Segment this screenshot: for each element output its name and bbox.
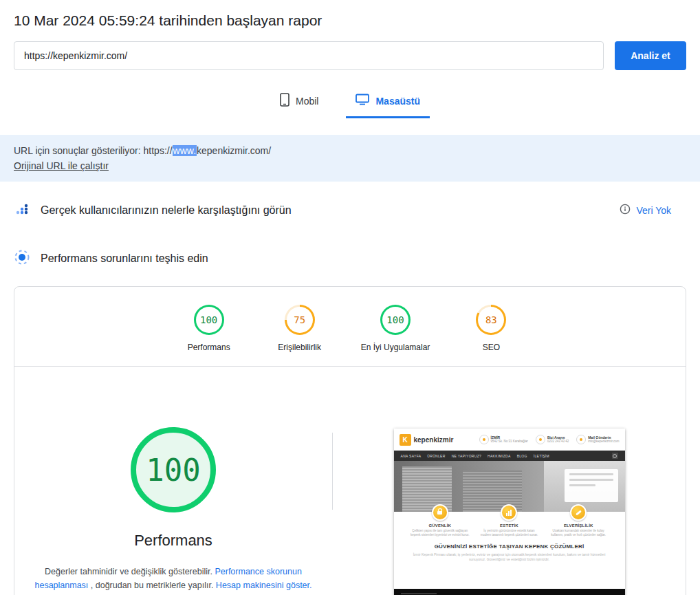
wrench-icon (570, 504, 587, 521)
nav-item: ANA SAYFA (401, 454, 422, 458)
mini-site-logo-text: kepenkizmir (414, 436, 454, 444)
tab-desktop[interactable]: Masaüstü (346, 87, 430, 118)
score-label: Performans (188, 343, 230, 352)
field-data-section-header: Gerçek kullanıcılarınızın nelerle karşıl… (0, 182, 700, 220)
contact-chip: Mail Gönderininfo@kepenkizmir.com (576, 435, 619, 444)
feature-security: GÜVENLİK Çelikten yapısı ile tam güvenli… (409, 504, 472, 537)
url-input[interactable] (14, 41, 604, 70)
contact-chip: İZMİR9542 Sk. No:31 Karabağlar (479, 435, 528, 444)
nav-item: İLETİŞİM (534, 454, 549, 458)
mini-site-headline: GÜVENİNİZİ ESTETİĞE TAŞIYAN KEPENK ÇÖZÜM… (394, 543, 625, 550)
calculator-link[interactable]: Hesap makinesini göster. (216, 581, 312, 590)
score-value: 100 (382, 307, 408, 333)
score-disclaimer: Değerler tahminidir ve değişiklik göster… (25, 565, 321, 592)
score-ring-accessibility: 75 (285, 305, 315, 335)
lab-data-icon (14, 249, 30, 268)
analyze-button[interactable]: Analiz et (615, 41, 686, 70)
tab-mobile[interactable]: Mobil (270, 87, 328, 118)
field-data-status: Veri Yok (620, 204, 686, 217)
mini-site-footer (394, 589, 625, 595)
field-data-icon (14, 201, 30, 220)
feature-aesthetics: ESTETİK İş yerinizin görünümüne estetik … (478, 504, 540, 537)
score-label: SEO (483, 343, 500, 352)
performance-gauge: 100 (131, 427, 216, 512)
info-icon[interactable] (620, 204, 631, 217)
redirect-notice-text: URL için sonuçlar gösteriliyor: https://… (14, 145, 271, 156)
performance-gauge-column: 100 Performans Değerler tahminidir ve de… (14, 427, 332, 595)
mail-icon (576, 435, 586, 444)
phone-icon (536, 435, 545, 444)
nav-item: BLOG (517, 454, 527, 458)
score-value: 83 (478, 307, 504, 333)
score-best-practices[interactable]: 100 En İyi Uygulamalar (361, 305, 430, 352)
desktop-monitor-icon (356, 94, 369, 108)
www-highlight: www. (173, 145, 197, 156)
location-icon (479, 435, 489, 444)
url-bar: Analiz et (14, 41, 686, 70)
score-ring-seo: 83 (476, 305, 506, 335)
mini-search-icon (612, 453, 618, 459)
performance-gauge-value: 100 (146, 453, 200, 488)
nav-item: NE YAPIYORUZ? (452, 454, 481, 458)
nav-item: ÜRÜNLER (427, 454, 445, 458)
contact-chip: Bizi Arayın0232 243 43 42 (536, 435, 569, 444)
lighthouse-report-card: 100 Performans 75 Erişilebilirlik 100 En… (14, 286, 686, 595)
page-title: 10 Mar 2024 05:59:24 tarihinden başlayan… (14, 12, 686, 29)
bars-icon (501, 504, 517, 521)
field-data-section-title: Gerçek kullanıcılarınızın nelerle karşıl… (41, 204, 292, 217)
page-screenshot-thumbnail[interactable]: K kepenkizmir İZMİR9542 Sk. No:31 Karaba… (394, 429, 625, 595)
mini-site-logo-icon: K (400, 434, 411, 446)
feature-convenience: ELVERİŞLİLİK Uzaktan kumandalı sistemler… (547, 504, 610, 537)
device-tabs: Mobil Masaüstü (0, 87, 700, 118)
run-original-url-link[interactable]: Orijinal URL ile çalıştır (14, 160, 109, 171)
mobile-phone-icon (280, 93, 289, 109)
score-accessibility[interactable]: 75 Erişilebilirlik (270, 305, 329, 352)
no-data-badge: Veri Yok (636, 205, 671, 216)
mini-site-contacts: İZMİR9542 Sk. No:31 Karabağlar Bizi Aray… (479, 435, 620, 444)
nav-item: HAKKIMIZDA (488, 454, 511, 458)
performance-detail-section: 100 Performans Değerler tahminidir ve de… (14, 367, 686, 595)
category-scores-row: 100 Performans 75 Erişilebilirlik 100 En… (14, 287, 686, 366)
score-label: En İyi Uygulamalar (361, 343, 430, 352)
score-value: 75 (287, 307, 313, 333)
redirect-notice: URL için sonuçlar gösteriliyor: https://… (0, 135, 700, 182)
disclaimer-text-1: Değerler tahminidir ve değişiklik göster… (45, 567, 212, 576)
mini-hero-info-box (565, 469, 618, 502)
score-seo[interactable]: 83 SEO (461, 305, 521, 352)
score-ring-performance: 100 (194, 305, 224, 335)
score-performance[interactable]: 100 Performans (179, 305, 239, 352)
lab-data-section-title: Performans sorunlarını teşhis edin (41, 252, 208, 265)
mini-site-nav: ANA SAYFA ÜRÜNLER NE YAPIYORUZ? HAKKIMIZ… (394, 451, 625, 461)
screenshot-column: K kepenkizmir İZMİR9542 Sk. No:31 Karaba… (333, 427, 686, 595)
score-ring-best-practices: 100 (380, 305, 411, 335)
lock-icon (432, 504, 448, 521)
tab-mobile-label: Mobil (296, 96, 318, 107)
lab-data-section-header: Performans sorunlarını teşhis edin (0, 220, 700, 268)
score-label: Erişilebilirlik (278, 343, 321, 352)
score-value: 100 (196, 307, 222, 333)
performance-gauge-label: Performans (134, 532, 212, 550)
mini-site-paragraph: İzmir Kepenk Firması olarak; iş yerlerin… (413, 552, 606, 561)
disclaimer-text-2: , doğrudan bu metriklerle yapılır. (91, 581, 214, 590)
mini-site-features: GÜVENLİK Çelikten yapısı ile tam güvenli… (394, 504, 625, 537)
pagespeed-report-page: 10 Mar 2024 05:59:24 tarihinden başlayan… (0, 0, 700, 595)
mini-site-header: K kepenkizmir İZMİR9542 Sk. No:31 Karaba… (394, 429, 625, 451)
tab-desktop-label: Masaüstü (375, 96, 420, 107)
